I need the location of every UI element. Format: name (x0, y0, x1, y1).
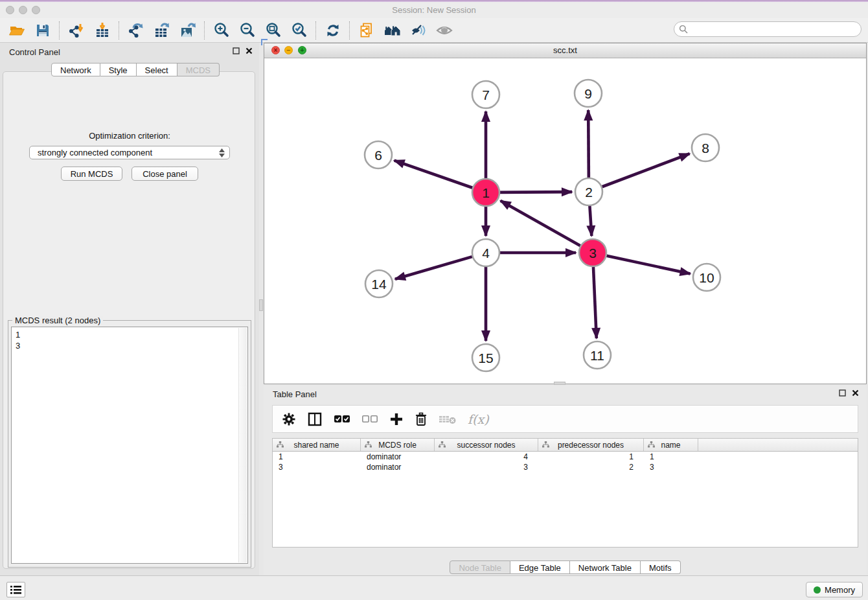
control-tab-select[interactable]: Select (137, 63, 177, 76)
maximize-view-button[interactable]: + (298, 46, 306, 54)
graph-node-label: 4 (482, 246, 490, 260)
table-tab-node-table[interactable]: Node Table (450, 560, 510, 574)
search-input[interactable] (691, 24, 861, 35)
graph-edge-3-1[interactable] (501, 201, 580, 246)
task-history-button[interactable] (6, 582, 25, 597)
export-image-icon (179, 22, 196, 39)
float-panel-icon[interactable] (233, 47, 240, 54)
export-network-button[interactable] (123, 20, 149, 41)
result-scrollbar[interactable] (238, 328, 247, 562)
mcds-result-legend: MCDS result (2 nodes) (12, 316, 103, 325)
eye-icon (435, 22, 453, 39)
zoom-fit-button[interactable] (260, 20, 286, 41)
import-table-icon (94, 22, 111, 39)
control-tab-network[interactable]: Network (51, 63, 100, 76)
table-cell: 3 (273, 462, 361, 472)
save-icon (35, 23, 51, 38)
toolbar-separator (204, 21, 205, 40)
table-tab-edge-table[interactable]: Edge Table (510, 560, 570, 574)
clone-network-button[interactable] (354, 20, 380, 41)
close-panel-button[interactable]: Close panel (131, 167, 198, 181)
table-row[interactable]: 1dominator411 (273, 452, 858, 462)
control-tab-style[interactable]: Style (100, 63, 137, 76)
open-folder-icon (8, 22, 25, 39)
refresh-button[interactable] (320, 20, 346, 41)
graph-edge-2-8[interactable] (602, 154, 690, 187)
save-session-button[interactable] (30, 20, 56, 41)
birdseye-view-button[interactable] (431, 20, 457, 41)
vertical-splitter-handle[interactable] (259, 299, 263, 311)
table-panel-tabs: Node TableEdge TableNetwork TableMotifs (450, 560, 680, 574)
graph-edge-3-10[interactable] (607, 256, 691, 274)
column-header-shared-name[interactable]: shared name (273, 439, 361, 451)
network-canvas[interactable]: 7968124314101511 (264, 58, 866, 384)
close-view-button[interactable]: × (271, 46, 280, 54)
graph-edge-3-11[interactable] (593, 267, 597, 338)
control-panel-title: Control Panel (9, 47, 60, 57)
table-cell: 3 (435, 462, 538, 472)
float-panel-icon[interactable] (839, 389, 846, 397)
graph-edge-2-9[interactable] (588, 110, 589, 178)
graph-node-label: 8 (702, 141, 709, 156)
zoom-selected-button[interactable] (286, 20, 312, 41)
import-network-button[interactable] (63, 20, 89, 41)
graph-edge-2-3[interactable] (589, 206, 591, 236)
import-table-button[interactable] (89, 20, 115, 41)
zoom-in-icon (213, 22, 230, 39)
close-panel-icon[interactable] (246, 47, 253, 54)
table-tab-motifs[interactable]: Motifs (641, 560, 681, 574)
column-header-predecessor-nodes[interactable]: predecessor nodes (538, 439, 644, 451)
zoom-out-icon (239, 22, 256, 39)
zoom-selected-icon (291, 22, 308, 39)
maximize-window-button[interactable] (32, 6, 40, 14)
mcds-result-text[interactable]: 1 3 (11, 327, 248, 564)
open-session-button[interactable] (4, 20, 30, 41)
control-tab-mcds[interactable]: MCDS (177, 63, 220, 76)
column-header-MCDS-role[interactable]: MCDS role (361, 439, 435, 451)
optimization-criterion-select[interactable]: strongly connected component (29, 146, 230, 159)
graph-node-label: 3 (589, 246, 597, 260)
export-network-icon (128, 22, 144, 39)
memory-status-button[interactable]: Memory (806, 582, 863, 597)
table-cell: dominator (361, 452, 435, 462)
minimize-view-button[interactable]: − (284, 46, 293, 54)
memory-status-dot (814, 586, 821, 594)
export-table-icon (154, 22, 170, 39)
delete-column-icon[interactable] (415, 412, 428, 426)
gear-icon[interactable] (282, 412, 296, 426)
export-image-button[interactable] (175, 20, 201, 41)
table-tab-network-table[interactable]: Network Table (570, 560, 641, 574)
graph-edge-1-6[interactable] (394, 161, 473, 188)
select-all-icon[interactable] (334, 414, 350, 424)
column-type-icon (542, 441, 549, 448)
zoom-out-button[interactable] (234, 20, 260, 41)
split-columns-icon[interactable] (307, 411, 323, 427)
home-button[interactable] (380, 20, 405, 41)
run-mcds-button[interactable]: Run MCDS (61, 167, 122, 181)
toolbar-separator (59, 21, 60, 40)
horizontal-splitter-handle[interactable] (554, 382, 565, 385)
hide-graphics-details-button[interactable] (405, 20, 431, 41)
optimization-criterion-label: Optimization criterion: (0, 131, 259, 141)
column-header-successor-nodes[interactable]: successor nodes (435, 439, 538, 451)
deselect-all-icon[interactable] (361, 414, 378, 424)
export-table-button[interactable] (149, 20, 175, 41)
column-type-icon (648, 441, 655, 448)
table-row[interactable]: 3dominator323 (273, 462, 858, 472)
column-header-name[interactable]: name (644, 439, 698, 451)
zoom-in-button[interactable] (209, 20, 234, 41)
close-window-button[interactable] (6, 6, 14, 14)
table-cell: dominator (361, 462, 435, 472)
add-column-icon[interactable] (389, 412, 404, 426)
graph-node-label: 11 (590, 348, 604, 363)
network-window-titlebar[interactable]: × − + scc.txt (264, 43, 866, 58)
graph-edge-1-2[interactable] (500, 192, 572, 192)
control-panel: Control Panel NetworkStyleSelectMCDS Opt… (0, 43, 259, 575)
delete-table-icon (439, 413, 457, 425)
close-panel-icon[interactable] (852, 389, 859, 397)
minimize-window-button[interactable] (19, 6, 27, 14)
table-header-row: shared nameMCDS rolesuccessor nodesprede… (273, 439, 858, 452)
graph-edge-4-14[interactable] (395, 257, 472, 279)
search-field[interactable] (674, 21, 862, 37)
control-panel-tabs: NetworkStyleSelectMCDS (51, 63, 220, 76)
